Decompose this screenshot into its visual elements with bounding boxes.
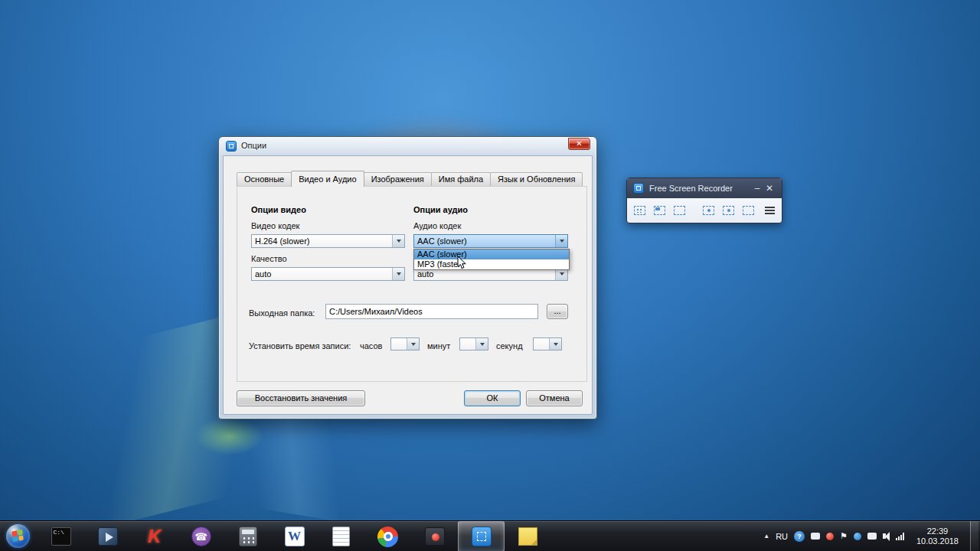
output-folder-input[interactable] [325,304,538,319]
cmd-icon: C:\ [51,527,71,546]
dialog-title: Опции [241,141,266,150]
video-options-title: Опции видео [251,205,306,214]
cancel-button[interactable]: Отмена [526,390,583,406]
recorder-window: Free Screen Recorder – ✕ [626,178,782,223]
minutes-select[interactable] [459,337,488,350]
clock[interactable]: 22:39 10.03.2018 [911,527,964,546]
taskbar-icon-cmd[interactable]: C:\ [38,521,84,551]
taskbar-icon-calculator[interactable] [224,521,271,551]
tab-general[interactable]: Основные [237,172,292,186]
minimize-button[interactable]: – [751,183,763,194]
chevron-down-icon [549,338,561,350]
chevron-down-icon [475,338,488,350]
media-player-icon [98,527,118,546]
notepad-icon [332,527,350,546]
kmplayer-icon: K [148,526,161,547]
taskbar-icon-free-screen-recorder[interactable] [458,521,505,551]
taskbar-icon-media-player[interactable] [84,521,131,551]
volume-icon[interactable] [883,533,886,539]
chevron-down-icon [392,268,404,280]
dropdown-option-mp3[interactable]: MP3 (faster) [414,259,569,269]
network-icon[interactable] [896,533,905,540]
start-button[interactable] [6,524,30,548]
tray-update-icon[interactable] [854,533,861,540]
close-button[interactable]: ✕ [568,138,590,150]
action-center-flag-icon[interactable]: ⚑ [840,531,848,541]
tray-record-icon[interactable] [826,533,834,540]
desktop: Опции ✕ Основные Видео и Аудио Изображен… [0,0,980,551]
audio-codec-value: AAC (slower) [414,235,555,247]
video-quality-select[interactable]: auto [251,267,405,281]
ok-button[interactable]: ОК [464,390,521,406]
options-dialog: Опции ✕ Основные Видео и Аудио Изображен… [218,136,597,419]
free-screen-recorder-icon [472,527,492,546]
browse-button[interactable]: ... [547,304,568,319]
taskbar-icon-kmplayer[interactable]: K [131,521,178,551]
capture-fullscreen-icon[interactable] [634,206,645,215]
audio-codec-label: Аудио кодек [413,221,461,230]
minutes-label: минут [427,341,450,350]
capture-region-icon[interactable] [674,206,685,215]
windows-logo-icon [11,530,24,543]
viber-icon: ☎ [191,527,211,546]
wallpaper-spark [195,417,264,455]
video-quality-value: auto [252,268,392,280]
tab-language-updates[interactable]: Язык и Обновления [490,172,583,186]
video-codec-label: Видео кодек [251,221,299,230]
clock-date: 10.03.2018 [916,536,959,546]
record-fullscreen-icon[interactable] [703,206,714,215]
tab-strip: Основные Видео и Аудио Изображения Имя ф… [237,172,582,187]
record-time-label: Установить время записи: [249,341,351,350]
tray-app-icon[interactable] [811,533,820,540]
language-indicator[interactable]: RU [776,532,788,541]
word-icon: W [285,527,305,546]
show-desktop-button[interactable] [970,521,978,551]
taskbar-icon-chrome[interactable] [364,521,411,551]
taskbar-icon-word[interactable]: W [271,521,318,551]
record-window-icon[interactable] [723,206,734,215]
chevron-down-icon [392,235,404,247]
video-codec-value: H.264 (slower) [252,235,392,247]
dropdown-option-aac[interactable]: AAC (slower) [414,249,569,259]
restore-defaults-button[interactable]: Восстановить значения [237,390,365,406]
tab-panel: Опции видео Видео кодек H.264 (slower) К… [237,186,587,382]
taskbar-icon-sticky-notes[interactable] [505,521,551,551]
recorder-titlebar[interactable]: Free Screen Recorder – ✕ [627,178,782,198]
close-button[interactable]: ✕ [763,183,776,194]
record-region-icon[interactable] [743,206,754,215]
hours-select[interactable] [390,337,420,350]
seconds-label: секунд [496,341,523,350]
taskbar-icon-viber[interactable]: ☎ [178,521,224,551]
record-icon [425,527,445,546]
audio-options-title: Опции аудио [413,205,468,214]
system-tray: ▲ RU ? ⚑ 22:39 10.03.2018 [763,521,980,551]
taskbar: C:\ K ☎ W [0,520,980,551]
capture-window-icon[interactable] [654,206,665,215]
recorder-toolbar [627,198,782,223]
tab-video-audio[interactable]: Видео и Аудио [291,171,364,187]
recorder-title: Free Screen Recorder [649,184,751,193]
seconds-select[interactable] [533,337,562,350]
chrome-icon [377,527,398,547]
clock-time: 22:39 [916,527,959,536]
hours-label: часов [360,341,382,350]
output-folder-label: Выходная папка: [249,308,315,318]
tab-filename[interactable]: Имя файла [431,172,491,186]
menu-icon[interactable] [765,210,775,211]
video-quality-label: Качество [251,254,287,263]
tray-app-icon[interactable] [867,533,877,540]
app-icon [226,141,237,152]
recorder-app-icon [633,183,644,194]
chevron-down-icon [407,338,419,350]
sticky-notes-icon [518,527,537,546]
taskbar-icon-recorder-app[interactable] [411,521,458,551]
help-icon[interactable]: ? [794,531,805,542]
video-codec-select[interactable]: H.264 (slower) [251,234,405,248]
audio-codec-select[interactable]: AAC (slower) [413,234,568,248]
audio-codec-dropdown: AAC (slower) MP3 (faster) [413,249,570,270]
chevron-down-icon [555,235,567,247]
hidden-icons-button[interactable]: ▲ [763,533,769,540]
dialog-titlebar[interactable]: Опции ✕ [219,137,596,155]
tab-images[interactable]: Изображения [364,172,432,186]
taskbar-icon-notepad[interactable] [318,521,364,551]
